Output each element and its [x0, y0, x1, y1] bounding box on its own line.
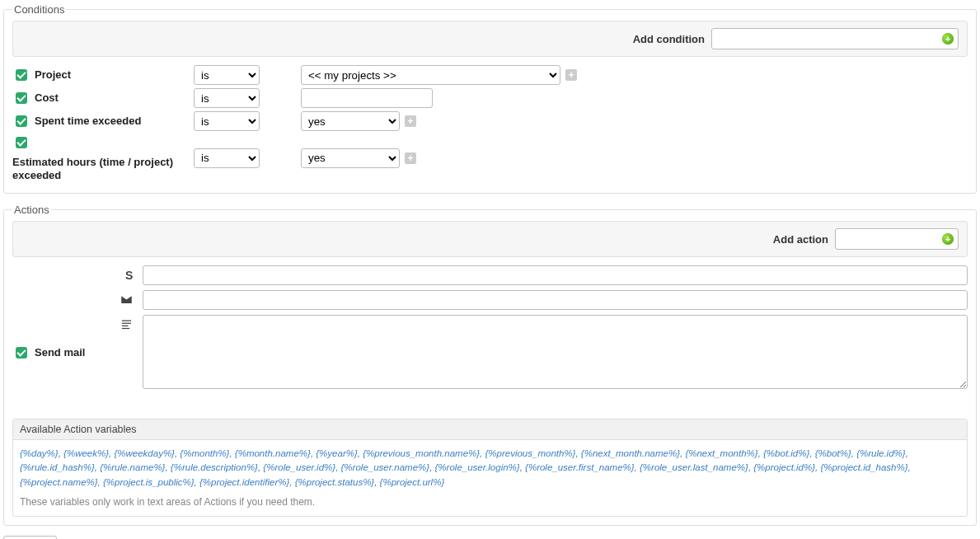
- recipients-input[interactable]: [143, 290, 968, 310]
- body-row: [118, 315, 968, 389]
- condition-checkbox[interactable]: [16, 92, 27, 104]
- condition-operator-select[interactable]: is: [194, 111, 260, 131]
- action-body: Send mail S: [12, 265, 968, 394]
- condition-checkbox[interactable]: [16, 115, 27, 127]
- condition-operator-select[interactable]: is: [194, 65, 260, 85]
- subject-icon: S: [118, 269, 133, 282]
- condition-value-input[interactable]: [301, 88, 433, 108]
- add-row-icon[interactable]: +: [565, 69, 577, 81]
- condition-label-col: Spent time exceeded: [12, 113, 189, 129]
- action-left: Send mail: [12, 311, 85, 394]
- subject-input[interactable]: [143, 265, 968, 285]
- condition-label-col: Cost: [12, 90, 189, 106]
- variables-note: These variables only work in text areas …: [13, 496, 967, 516]
- envelope-icon: [118, 293, 133, 308]
- subject-row: S: [118, 265, 968, 285]
- conditions-fieldset: Conditions Add condition + Project is <<…: [3, 3, 977, 194]
- condition-value-select[interactable]: yes: [301, 111, 400, 131]
- condition-row: Estimated hours (time / project) exceede…: [12, 134, 968, 181]
- actions-fieldset: Actions Add action + Send mail S: [3, 204, 977, 526]
- condition-value-select[interactable]: << my projects >>: [301, 65, 560, 85]
- condition-row: Spent time exceeded is yes +: [12, 111, 968, 131]
- add-action-select[interactable]: [835, 228, 959, 250]
- create-button[interactable]: Create: [3, 536, 57, 539]
- add-action-select-wrap: +: [835, 228, 959, 250]
- variables-list: {%day%}, {%week%}, {%weekday%}, {%month%…: [13, 440, 967, 496]
- body-textarea[interactable]: [143, 315, 968, 389]
- actions-legend: Actions: [12, 204, 51, 216]
- variables-title: Available Action variables: [13, 419, 967, 440]
- condition-label: Estimated hours (time / project) exceede…: [12, 156, 189, 181]
- recipients-row: [118, 290, 968, 310]
- condition-label: Cost: [35, 91, 59, 105]
- add-row-icon[interactable]: +: [405, 152, 416, 164]
- conditions-legend: Conditions: [12, 3, 66, 16]
- condition-operator-select[interactable]: is: [194, 88, 260, 108]
- add-row-icon[interactable]: +: [405, 115, 416, 127]
- condition-operator-select[interactable]: is: [194, 148, 260, 168]
- condition-label: Spent time exceeded: [35, 115, 141, 128]
- text-lines-icon: [118, 318, 133, 333]
- add-condition-label: Add condition: [633, 33, 705, 45]
- condition-row: Cost is: [12, 88, 968, 108]
- add-action-bar: Add action +: [12, 221, 968, 257]
- condition-row: Project is << my projects >> +: [12, 65, 968, 85]
- add-action-label: Add action: [773, 233, 828, 246]
- condition-checkbox[interactable]: [16, 137, 27, 148]
- condition-checkbox[interactable]: [16, 69, 27, 81]
- condition-label: Project: [35, 68, 71, 82]
- button-row: Create Cancel: [3, 536, 977, 539]
- condition-label-col: Estimated hours (time / project) exceede…: [12, 134, 189, 181]
- add-condition-select[interactable]: [711, 28, 959, 49]
- add-condition-bar: Add condition +: [12, 21, 968, 57]
- send-mail-label: Send mail: [35, 346, 85, 359]
- send-mail-checkbox[interactable]: [16, 347, 27, 359]
- variables-box: Available Action variables {%day%}, {%we…: [12, 419, 968, 517]
- add-condition-select-wrap: +: [711, 28, 959, 49]
- action-right: S: [118, 265, 968, 394]
- condition-label-col: Project: [12, 67, 189, 83]
- condition-value-select[interactable]: yes: [301, 148, 400, 168]
